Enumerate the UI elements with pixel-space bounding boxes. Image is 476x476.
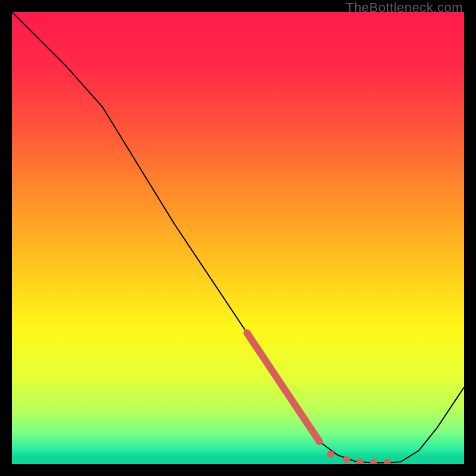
bottleneck-chart (12, 12, 464, 464)
gradient-background (12, 12, 464, 464)
highlight-dot (343, 456, 350, 463)
highlight-dot (327, 450, 334, 458)
chart-frame (12, 12, 464, 464)
watermark-text: TheBottleneck.com (346, 0, 463, 15)
